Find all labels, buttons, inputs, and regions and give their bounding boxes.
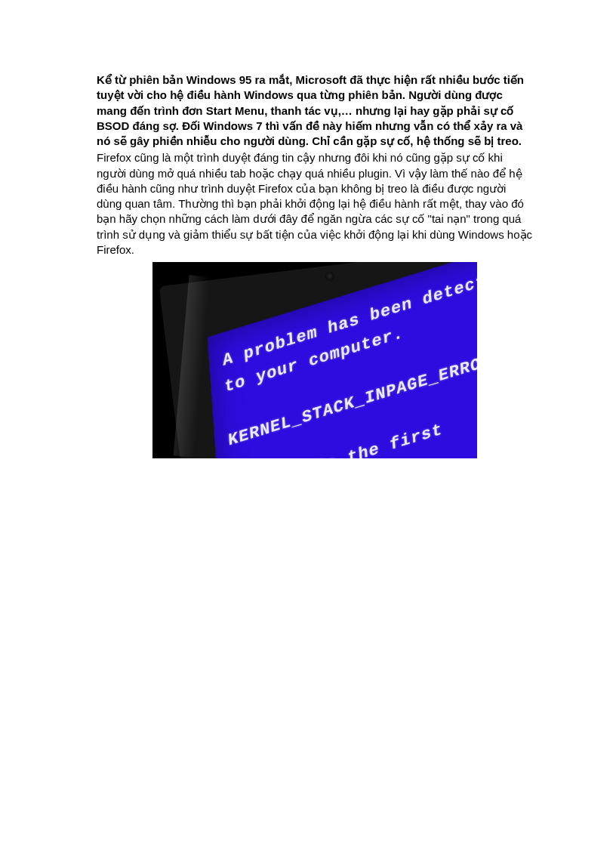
bsod-photo: A problem has been detected an to your c… <box>152 262 477 458</box>
document-page: Kể từ phiên bản Windows 95 ra mắt, Micro… <box>0 0 616 531</box>
intro-heading: Kể từ phiên bản Windows 95 ra mắt, Micro… <box>97 72 533 149</box>
webcam-hole <box>325 271 334 281</box>
body-paragraph: Firefox cũng là một trình duyệt đáng tin… <box>97 150 533 257</box>
